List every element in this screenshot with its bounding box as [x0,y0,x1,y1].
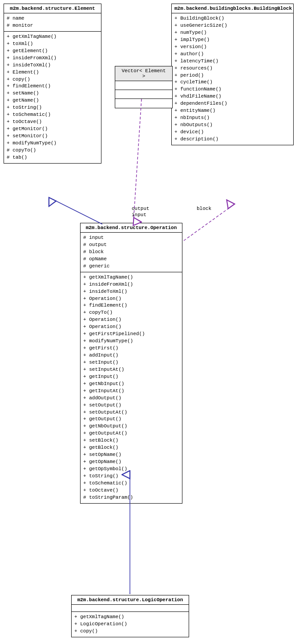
op-field: # output [83,242,179,249]
op-method: + toSchematic() [83,480,179,487]
element-method: + toSchematic() [7,111,98,119]
element-method: # tab() [7,154,98,161]
bb-method: + cycleTime() [174,79,291,86]
element-method: + getMonitor() [7,126,98,133]
op-method: + getOutputAt() [83,430,179,437]
bb-method: + useGenericSize() [174,22,291,29]
element-box-title: m2m.backend.structure.Element [4,4,101,13]
vector-slot-2 [115,90,172,99]
element-method: + toString() [7,104,98,111]
op-method: + Operation() [83,316,179,324]
vector-slot-3 [115,99,172,108]
op-method: + toString() [83,473,179,480]
op-method: + getOutput() [83,416,179,423]
op-method: + setOutput() [83,402,179,409]
buildingblock-box: m2m.backend.buildingblocks.BuildingBlock… [171,4,294,145]
output-label: output [132,206,150,211]
op-method: + setOutputAt() [83,409,179,416]
op-method: + setOpName() [83,451,179,459]
op-method: + setInput() [83,359,179,366]
op-method: + Operation() [83,295,179,303]
bb-method: + entityName() [174,107,291,115]
op-method: + modifyNumType() [83,338,179,345]
op-method: + getNbInput() [83,381,179,388]
bb-method: + functionName() [174,86,291,93]
element-field-2: # monitor [7,22,98,29]
operation-box-methods: + getXmlTagName()+ insideFromXml()+ insi… [81,272,182,503]
op-field: # block [83,249,179,256]
element-method: + findElement() [7,83,98,90]
bb-method: + nbOutputs() [174,122,291,129]
element-method: + insideFromXml() [7,55,98,62]
buildingblock-box-title: m2m.backend.buildingblocks.BuildingBlock [172,4,293,13]
element-method: + getName() [7,97,98,104]
op-method: + addOutput() [83,395,179,402]
element-method: + toXml() [7,41,98,48]
buildingblock-box-methods: + BuildingBlock()+ useGenericSize()+ num… [172,13,293,145]
bb-method: + dependentFiles() [174,100,291,107]
block-label: block [197,206,211,211]
bb-method: + numType() [174,29,291,37]
op-field: # opName [83,256,179,263]
op-method: + insideFromXml() [83,281,179,288]
vector-to-operation-arrow [133,99,141,222]
logicoperation-box-title: m2m.backend.structure.LogicOperation [72,595,189,605]
vector-slot-1 [115,81,172,90]
op-field: # generic [83,263,179,270]
bb-method: + latencyTime() [174,58,291,65]
bb-method: + author() [174,51,291,58]
op-method: + setInputAt() [83,366,179,373]
op-method: + addInput() [83,352,179,359]
element-method: + copy() [7,76,98,83]
bb-method: + implType() [174,37,291,44]
operation-to-buildingblock-arrow [184,206,231,241]
operation-to-element-arrow [53,199,102,224]
element-box-methods: + getXmlTagName()+ toXml()+ getElement()… [4,32,101,163]
element-box: m2m.backend.structure.Element # name # m… [4,4,101,164]
op-method: + getFirst() [83,345,179,352]
lo-method: + LogicOperation() [74,621,186,628]
op-method: + getInput() [83,373,179,381]
vector-box-title: Vector< Element > [115,66,172,81]
lo-method: + copy() [74,628,186,635]
op-method: + toOctave() [83,487,179,494]
element-method: + getXmlTagName() [7,33,98,41]
bb-method: + nbInputs() [174,115,291,122]
op-method: + copyTo() [83,309,179,316]
logicoperation-box: m2m.backend.structure.LogicOperation + g… [71,595,189,637]
element-method: + insideToXml() [7,62,98,69]
op-method: # toStringParam() [83,494,179,501]
element-method: # copyTo() [7,147,98,154]
op-method: + getOpSymbol() [83,466,179,473]
op-method: + getOpName() [83,459,179,466]
op-method: + findElement() [83,302,179,309]
operation-box: m2m.backend.structure.Operation # input#… [80,223,182,504]
element-method: + getElement() [7,48,98,55]
element-method: + Element() [7,69,98,76]
bb-method: + period() [174,72,291,79]
vector-box: Vector< Element > [115,66,173,108]
element-method: + toOctave() [7,119,98,126]
element-method: + setMonitor() [7,133,98,140]
op-method: + setBlock() [83,437,179,444]
logicoperation-empty-section [72,605,189,612]
input-label: input [132,212,146,217]
op-method: + Operation() [83,324,179,331]
op-method: + getBlock() [83,444,179,451]
element-box-fields: # name # monitor [4,13,101,32]
element-field-1: # name [7,15,98,22]
diagram-container: m2m.backend.structure.Element # name # m… [0,0,299,644]
op-method: + getXmlTagName() [83,274,179,281]
lo-method: + getXmlTagName() [74,614,186,621]
op-method: + getInputAt() [83,388,179,395]
operation-box-title: m2m.backend.structure.Operation [81,223,182,233]
bb-method: + BuildingBlock() [174,15,291,22]
element-method: + modifyNumType() [7,140,98,147]
bb-method: + vhdlFileName() [174,93,291,100]
op-method: + getNbOutput() [83,423,179,430]
op-method: + getFirstPipelined() [83,331,179,338]
bb-method: + version() [174,44,291,51]
bb-method: + description() [174,136,291,143]
operation-box-fields: # input# output# block# opName# generic [81,233,182,272]
op-method: + insideToXml() [83,288,179,295]
